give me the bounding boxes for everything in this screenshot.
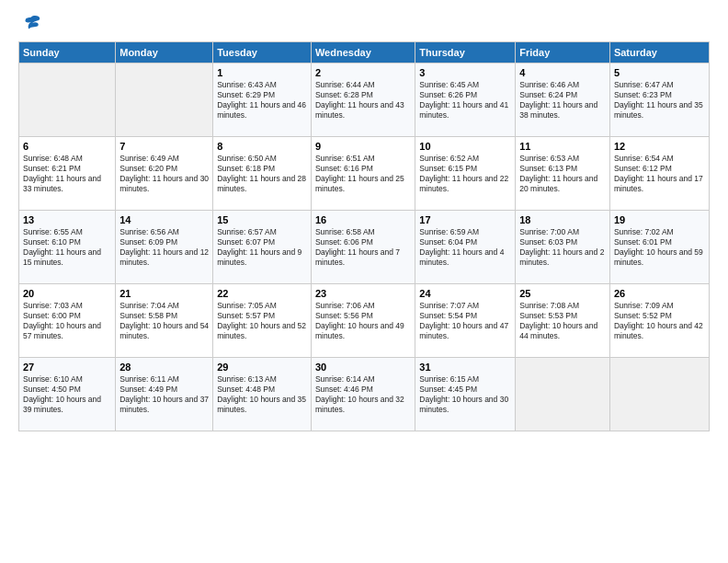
- table-row: 14Sunrise: 6:56 AMSunset: 6:09 PMDayligh…: [116, 210, 213, 283]
- cell-text: Sunrise: 7:04 AMSunset: 5:58 PMDaylight:…: [119, 301, 209, 341]
- day-number: 6: [23, 140, 111, 153]
- day-number: 11: [519, 140, 606, 153]
- day-number: 30: [315, 361, 411, 373]
- cell-text: Sunrise: 6:59 AMSunset: 6:04 PMDaylight:…: [419, 227, 511, 268]
- day-number: 16: [315, 213, 411, 226]
- day-number: 9: [315, 140, 411, 153]
- day-number: 25: [519, 287, 606, 300]
- table-row: 19Sunrise: 7:02 AMSunset: 6:01 PMDayligh…: [609, 210, 709, 283]
- table-row: 17Sunrise: 6:59 AMSunset: 6:04 PMDayligh…: [415, 210, 516, 283]
- cell-text: Sunrise: 6:45 AMSunset: 6:26 PMDaylight:…: [419, 80, 511, 121]
- page: SundayMondayTuesdayWednesdayThursdayFrid…: [0, 0, 728, 563]
- cell-text: Sunrise: 6:11 AMSunset: 4:49 PMDaylight:…: [119, 374, 209, 415]
- table-row: 9Sunrise: 6:51 AMSunset: 6:16 PMDaylight…: [311, 136, 415, 210]
- day-number: 2: [315, 66, 411, 79]
- col-header-friday: Friday: [516, 41, 610, 63]
- day-number: 29: [217, 361, 307, 373]
- day-number: 19: [614, 213, 705, 226]
- table-row: 28Sunrise: 6:11 AMSunset: 4:49 PMDayligh…: [116, 357, 213, 431]
- calendar-body: 1Sunrise: 6:43 AMSunset: 6:29 PMDaylight…: [19, 63, 710, 431]
- col-header-tuesday: Tuesday: [213, 41, 312, 63]
- calendar-table: SundayMondayTuesdayWednesdayThursdayFrid…: [18, 41, 710, 431]
- table-row: 23Sunrise: 7:06 AMSunset: 5:56 PMDayligh…: [311, 283, 415, 357]
- cell-text: Sunrise: 7:02 AMSunset: 6:01 PMDaylight:…: [614, 227, 705, 268]
- table-row: 25Sunrise: 7:08 AMSunset: 5:53 PMDayligh…: [516, 283, 610, 357]
- cell-text: Sunrise: 6:15 AMSunset: 4:45 PMDaylight:…: [419, 374, 511, 415]
- col-header-sunday: Sunday: [19, 41, 116, 63]
- table-row: 3Sunrise: 6:45 AMSunset: 6:26 PMDaylight…: [415, 63, 516, 136]
- logo-bird-icon: [21, 15, 41, 31]
- cell-text: Sunrise: 7:07 AMSunset: 5:54 PMDaylight:…: [419, 301, 511, 341]
- header: [18, 14, 710, 32]
- day-number: 26: [614, 287, 705, 300]
- table-row: 13Sunrise: 6:55 AMSunset: 6:10 PMDayligh…: [19, 210, 116, 283]
- cell-text: Sunrise: 6:56 AMSunset: 6:09 PMDaylight:…: [119, 227, 209, 268]
- table-row: 10Sunrise: 6:52 AMSunset: 6:15 PMDayligh…: [415, 136, 516, 210]
- cell-text: Sunrise: 7:09 AMSunset: 5:52 PMDaylight:…: [614, 301, 705, 341]
- table-row: 15Sunrise: 6:57 AMSunset: 6:07 PMDayligh…: [213, 210, 312, 283]
- table-row: 22Sunrise: 7:05 AMSunset: 5:57 PMDayligh…: [213, 283, 312, 357]
- day-number: 24: [419, 287, 511, 300]
- table-row: 27Sunrise: 6:10 AMSunset: 4:50 PMDayligh…: [19, 357, 116, 431]
- cell-text: Sunrise: 7:05 AMSunset: 5:57 PMDaylight:…: [217, 301, 307, 341]
- table-row: 4Sunrise: 6:46 AMSunset: 6:24 PMDaylight…: [516, 63, 610, 136]
- table-row: [516, 357, 610, 431]
- table-row: 29Sunrise: 6:13 AMSunset: 4:48 PMDayligh…: [213, 357, 312, 431]
- cell-text: Sunrise: 6:57 AMSunset: 6:07 PMDaylight:…: [217, 227, 307, 268]
- day-number: 14: [119, 213, 209, 226]
- day-number: 28: [119, 361, 209, 373]
- cell-text: Sunrise: 6:48 AMSunset: 6:21 PMDaylight:…: [23, 154, 111, 194]
- cell-text: Sunrise: 6:47 AMSunset: 6:23 PMDaylight:…: [614, 80, 705, 121]
- cell-text: Sunrise: 6:49 AMSunset: 6:20 PMDaylight:…: [119, 154, 209, 194]
- day-number: 21: [119, 287, 209, 300]
- calendar-header: SundayMondayTuesdayWednesdayThursdayFrid…: [19, 41, 710, 63]
- cell-text: Sunrise: 6:50 AMSunset: 6:18 PMDaylight:…: [217, 154, 307, 194]
- table-row: 8Sunrise: 6:50 AMSunset: 6:18 PMDaylight…: [213, 136, 312, 210]
- header-row: SundayMondayTuesdayWednesdayThursdayFrid…: [19, 41, 710, 63]
- table-row: 2Sunrise: 6:44 AMSunset: 6:28 PMDaylight…: [311, 63, 415, 136]
- logo: [18, 14, 40, 32]
- table-row: 5Sunrise: 6:47 AMSunset: 6:23 PMDaylight…: [609, 63, 709, 136]
- day-number: 17: [419, 213, 511, 226]
- table-row: 21Sunrise: 7:04 AMSunset: 5:58 PMDayligh…: [116, 283, 213, 357]
- cell-text: Sunrise: 6:52 AMSunset: 6:15 PMDaylight:…: [419, 154, 511, 194]
- day-number: 20: [23, 287, 111, 300]
- week-row-3: 20Sunrise: 7:03 AMSunset: 6:00 PMDayligh…: [19, 283, 710, 357]
- cell-text: Sunrise: 6:10 AMSunset: 4:50 PMDaylight:…: [23, 374, 111, 415]
- day-number: 8: [217, 140, 307, 153]
- col-header-thursday: Thursday: [415, 41, 516, 63]
- cell-text: Sunrise: 6:46 AMSunset: 6:24 PMDaylight:…: [519, 80, 606, 121]
- table-row: 1Sunrise: 6:43 AMSunset: 6:29 PMDaylight…: [213, 63, 312, 136]
- cell-text: Sunrise: 6:55 AMSunset: 6:10 PMDaylight:…: [23, 227, 111, 268]
- cell-text: Sunrise: 6:44 AMSunset: 6:28 PMDaylight:…: [315, 80, 411, 121]
- table-row: 18Sunrise: 7:00 AMSunset: 6:03 PMDayligh…: [516, 210, 610, 283]
- cell-text: Sunrise: 6:13 AMSunset: 4:48 PMDaylight:…: [217, 374, 307, 415]
- week-row-4: 27Sunrise: 6:10 AMSunset: 4:50 PMDayligh…: [19, 357, 710, 431]
- day-number: 4: [519, 66, 606, 79]
- table-row: 26Sunrise: 7:09 AMSunset: 5:52 PMDayligh…: [609, 283, 709, 357]
- table-row: 7Sunrise: 6:49 AMSunset: 6:20 PMDaylight…: [116, 136, 213, 210]
- cell-text: Sunrise: 7:08 AMSunset: 5:53 PMDaylight:…: [519, 301, 606, 341]
- cell-text: Sunrise: 6:14 AMSunset: 4:46 PMDaylight:…: [315, 374, 411, 415]
- cell-text: Sunrise: 6:51 AMSunset: 6:16 PMDaylight:…: [315, 154, 411, 194]
- week-row-1: 6Sunrise: 6:48 AMSunset: 6:21 PMDaylight…: [19, 136, 710, 210]
- cell-text: Sunrise: 7:03 AMSunset: 6:00 PMDaylight:…: [23, 301, 111, 341]
- day-number: 18: [519, 213, 606, 226]
- day-number: 13: [23, 213, 111, 226]
- table-row: [609, 357, 709, 431]
- day-number: 27: [23, 361, 111, 373]
- col-header-wednesday: Wednesday: [311, 41, 415, 63]
- week-row-0: 1Sunrise: 6:43 AMSunset: 6:29 PMDaylight…: [19, 63, 710, 136]
- day-number: 1: [217, 66, 307, 79]
- cell-text: Sunrise: 6:54 AMSunset: 6:12 PMDaylight:…: [614, 154, 705, 194]
- cell-text: Sunrise: 7:06 AMSunset: 5:56 PMDaylight:…: [315, 301, 411, 341]
- day-number: 15: [217, 213, 307, 226]
- table-row: 6Sunrise: 6:48 AMSunset: 6:21 PMDaylight…: [19, 136, 116, 210]
- table-row: 24Sunrise: 7:07 AMSunset: 5:54 PMDayligh…: [415, 283, 516, 357]
- day-number: 10: [419, 140, 511, 153]
- day-number: 5: [614, 66, 705, 79]
- cell-text: Sunrise: 7:00 AMSunset: 6:03 PMDaylight:…: [519, 227, 606, 268]
- day-number: 7: [119, 140, 209, 153]
- cell-text: Sunrise: 6:53 AMSunset: 6:13 PMDaylight:…: [519, 154, 606, 194]
- table-row: 20Sunrise: 7:03 AMSunset: 6:00 PMDayligh…: [19, 283, 116, 357]
